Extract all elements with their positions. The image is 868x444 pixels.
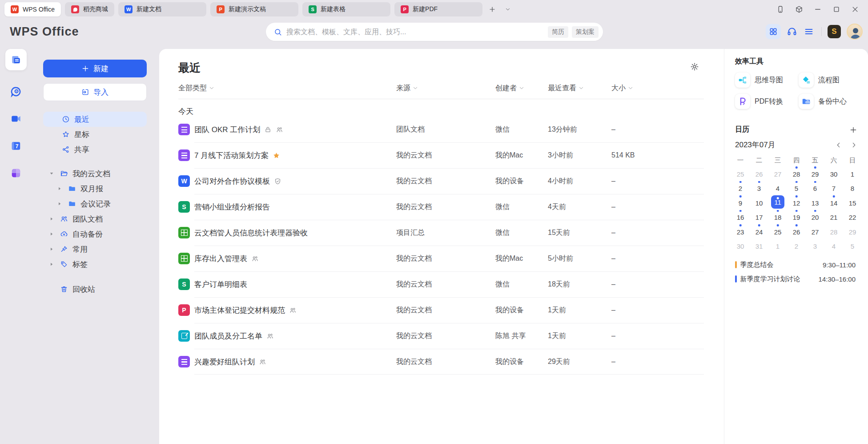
menu-button[interactable] <box>804 26 816 37</box>
support-button[interactable] <box>787 26 798 37</box>
next-month-button[interactable] <box>850 141 857 149</box>
tool-shortcut[interactable]: PDF转换 <box>735 94 799 109</box>
calendar-day[interactable]: 11 <box>768 195 787 210</box>
calendar-day[interactable]: 2 <box>787 238 806 253</box>
tab-overview-button[interactable] <box>502 4 514 15</box>
file-row[interactable]: 库存出入管理表 我的云文档 我的Mac 5小时前 – <box>159 246 724 271</box>
tool-shortcut[interactable]: 流程图 <box>799 73 858 88</box>
filter-dropdown[interactable]: 创建者 <box>495 83 524 93</box>
connect-device-button[interactable] <box>776 5 784 13</box>
calendar-event[interactable]: 新季度学习计划讨论 14:30–16:00 <box>735 273 856 285</box>
calendar-day[interactable]: 23 <box>731 224 750 238</box>
caret-right-icon[interactable] <box>57 201 62 206</box>
sidebar-nav-item[interactable]: 星标 <box>43 127 147 142</box>
file-row[interactable]: 客户订单明细表 我的云文档 微信 18天前 – <box>159 271 724 297</box>
calendar-day[interactable]: 25 <box>731 166 750 181</box>
import-button[interactable]: 导入 <box>43 83 147 101</box>
calendar-day[interactable]: 27 <box>768 166 787 181</box>
workspace-button[interactable] <box>795 5 803 13</box>
calendar-day[interactable]: 15 <box>843 195 862 210</box>
new-tab-button[interactable] <box>486 4 498 15</box>
sidebar-item-trash[interactable]: 回收站 <box>32 282 159 297</box>
file-row[interactable]: 团队 OKR 工作计划 团队文档 微信 13分钟前 – <box>159 117 724 142</box>
calendar-day[interactable]: 8 <box>843 181 862 195</box>
rail-app-item[interactable] <box>10 167 22 179</box>
minimize-button[interactable] <box>814 5 822 13</box>
calendar-day[interactable]: 13 <box>806 195 824 210</box>
calendar-day[interactable]: 28 <box>824 224 843 238</box>
calendar-day[interactable]: 1 <box>768 238 787 253</box>
file-row[interactable]: 市场主体登记提交材料规范 我的云文档 我的设备 1天前 – <box>159 297 724 323</box>
file-row[interactable]: 营销小组业绩分析报告 我的云文档 微信 4天前 – <box>159 194 724 220</box>
filter-dropdown[interactable]: 全部类型 <box>178 83 214 93</box>
sidebar-tree-item[interactable]: 标签 <box>32 257 159 272</box>
calendar-day[interactable]: 22 <box>843 210 862 224</box>
sidebar-nav-item[interactable]: 最近 <box>43 112 147 127</box>
calendar-day[interactable]: 21 <box>824 210 843 224</box>
user-avatar[interactable] <box>847 24 863 40</box>
rail-app-item[interactable]: 7 <box>10 140 22 152</box>
calendar-day[interactable]: 25 <box>768 224 787 238</box>
calendar-day[interactable]: 20 <box>806 210 824 224</box>
filter-dropdown[interactable]: 最近查看 <box>548 83 584 93</box>
search-input[interactable] <box>286 28 548 36</box>
caret-right-icon[interactable] <box>49 231 54 237</box>
calendar-day[interactable]: 9 <box>731 195 750 210</box>
file-row[interactable]: 7 月线下活动策划方案 我的云文档 我的Mac 3小时前 514 KB <box>159 142 724 168</box>
calendar-day[interactable]: 3 <box>806 238 824 253</box>
calendar-day[interactable]: 7 <box>824 181 843 195</box>
calendar-day[interactable]: 2 <box>731 181 750 195</box>
rail-app-item[interactable] <box>10 86 22 97</box>
calendar-day[interactable]: 24 <box>750 224 768 238</box>
sidebar-tree-item[interactable]: 团队文档 <box>32 211 159 226</box>
app-tab[interactable]: 新建文档 <box>118 2 206 16</box>
rail-app-item[interactable] <box>10 113 22 125</box>
file-row[interactable]: 兴趣爱好组队计划 我的云文档 我的设备 29天前 – <box>159 349 724 375</box>
calendar-day[interactable]: 3 <box>750 181 768 195</box>
app-tab[interactable]: 稻壳商城 <box>65 2 114 16</box>
sidebar-tree-item[interactable]: 自动备份 <box>32 226 159 242</box>
membership-badge[interactable]: S <box>828 25 841 38</box>
calendar-day[interactable]: 18 <box>768 210 787 224</box>
apps-grid-button[interactable] <box>766 24 781 39</box>
calendar-day[interactable]: 17 <box>750 210 768 224</box>
filter-dropdown[interactable]: 大小 <box>611 83 633 93</box>
calendar-day[interactable]: 4 <box>824 238 843 253</box>
caret-right-icon[interactable] <box>49 246 54 252</box>
calendar-day[interactable]: 19 <box>787 210 806 224</box>
app-tab[interactable]: 新建演示文稿 <box>210 2 298 16</box>
search-tag[interactable]: 简历 <box>548 26 568 38</box>
file-row[interactable]: 公司对外合作协议模板 我的云文档 我的设备 4小时前 – <box>159 168 724 194</box>
sidebar-nav-item[interactable]: 共享 <box>43 142 147 157</box>
rail-app-item[interactable] <box>5 49 27 70</box>
calendar-day[interactable]: 6 <box>806 181 824 195</box>
list-settings-button[interactable] <box>690 62 699 71</box>
calendar-day[interactable]: 31 <box>750 238 768 253</box>
add-event-button[interactable] <box>849 126 857 134</box>
sidebar-tree-item[interactable]: 常用 <box>32 242 159 257</box>
calendar-event[interactable]: 季度总结会 9:30–11:00 <box>735 259 856 270</box>
calendar-day[interactable]: 30 <box>731 238 750 253</box>
close-button[interactable] <box>851 5 859 13</box>
app-tab[interactable]: 新建PDF <box>394 2 482 16</box>
search-tag[interactable]: 策划案 <box>572 26 599 38</box>
calendar-day[interactable]: 26 <box>787 224 806 238</box>
calendar-day[interactable]: 10 <box>750 195 768 210</box>
new-document-button[interactable]: 新建 <box>43 60 147 77</box>
calendar-day[interactable]: 28 <box>787 166 806 181</box>
calendar-day[interactable]: 27 <box>806 224 824 238</box>
app-tab[interactable]: 新建表格 <box>302 2 390 16</box>
calendar-day[interactable]: 29 <box>806 166 824 181</box>
global-search[interactable]: 简历策划案 <box>266 23 603 41</box>
sidebar-tree-item[interactable]: 会议记录 <box>32 196 159 211</box>
sidebar-tree-item[interactable]: 我的云文档 <box>32 166 159 181</box>
prev-month-button[interactable] <box>835 141 842 149</box>
tool-shortcut[interactable]: 备份中心 <box>799 94 858 109</box>
calendar-day[interactable]: 26 <box>750 166 768 181</box>
caret-right-icon[interactable] <box>57 186 62 191</box>
app-tab[interactable]: WPS Office <box>4 2 61 16</box>
calendar-day[interactable]: 29 <box>843 224 862 238</box>
calendar-day[interactable]: 16 <box>731 210 750 224</box>
caret-right-icon[interactable] <box>49 262 54 267</box>
calendar-day[interactable]: 30 <box>824 166 843 181</box>
